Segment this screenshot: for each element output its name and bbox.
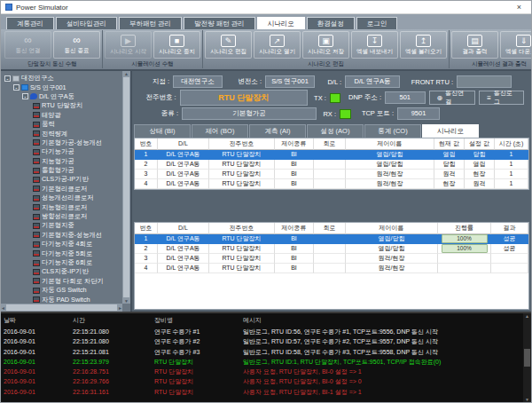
log-row[interactable]: 2016-09-01 22:16:28.751 RTU 단말장치 사용자 요청,… bbox=[4, 367, 520, 376]
tree-item[interactable]: - 기본형지중 bbox=[3, 221, 122, 230]
ribbon-tab[interactable]: 로그인 bbox=[356, 17, 398, 29]
tree-item[interactable]: - 태양광 bbox=[3, 111, 122, 120]
detail-tab[interactable]: 설정 (AO) bbox=[307, 124, 364, 138]
tree-item[interactable]: - RTU 단말장치 bbox=[3, 101, 122, 110]
table-row[interactable]: 2 D/L 연구A동 RTU 단말장치 BI 열림/닫힘 100% 성공 bbox=[135, 244, 528, 254]
comm-connect-button[interactable]: ⊕ 통신연결 bbox=[429, 91, 476, 105]
toolbar-button[interactable]: ∞ 통신 종료 bbox=[53, 31, 100, 59]
toolbar-button[interactable]: ■ 시나리오 중지 bbox=[153, 31, 200, 59]
log-row[interactable]: 2016-09-01 22:16:29.766 RTU 단말장치 사용자 요청,… bbox=[4, 376, 520, 386]
scroll-left-icon[interactable]: ◄ bbox=[1, 305, 5, 311]
tree-horizontal-scrollbar[interactable]: ◄ ► bbox=[1, 304, 122, 312]
tree-item[interactable]: - CLS가공-IP기반 bbox=[3, 175, 122, 184]
table-row[interactable]: 2 D/L 연구A동 RTU 단말장치 BI 열림/닫힘 닫힘 열림 1 bbox=[135, 160, 528, 170]
scrollbar-thumb[interactable] bbox=[123, 77, 129, 297]
tree-item[interactable]: - CLS지중-IP기반 bbox=[3, 267, 122, 276]
scrollbar-thumb[interactable] bbox=[6, 304, 117, 311]
dl-field: D/L 연구A동 bbox=[345, 75, 400, 88]
tree-expander-icon[interactable]: - bbox=[13, 84, 20, 91]
log-row[interactable]: 2016-09-01 22:15:21.081 연구E 수용가 #3 일반로그,… bbox=[4, 347, 520, 357]
log-row[interactable]: 2016-09-01 22:16:31.161 RTU 단말장치 사용자 요청,… bbox=[4, 387, 520, 397]
tree-item[interactable]: - 기본형리클로저 bbox=[3, 185, 122, 194]
scroll-up-icon[interactable]: ▲ bbox=[124, 71, 129, 76]
tree-item[interactable]: - S/S 연구001 bbox=[3, 83, 122, 91]
toolbar-button[interactable]: ▣ 시나리오 저장 bbox=[302, 31, 349, 59]
tree-item-label: 풍력 bbox=[42, 120, 55, 129]
pole-number-field: RTU 단말장치 bbox=[180, 90, 308, 106]
table-row[interactable]: 1 D/L 연구A동 RTU 단말장치 BI 열림/닫힘 100% 성공 bbox=[135, 234, 528, 244]
ribbon-tab[interactable]: 환경설정 bbox=[307, 17, 355, 29]
tree-item[interactable]: - D/L 연구A동 bbox=[3, 92, 122, 101]
comm-log-button[interactable]: ≡ 통신로그 bbox=[479, 91, 524, 105]
toolbar-button[interactable]: ↗ 시나리오 열기 bbox=[254, 31, 301, 59]
table-row[interactable]: 1 D/L 연구A동 RTU 단말장치 BI 열림/닫힘 열림 닫힘 1 bbox=[135, 150, 528, 160]
toolbar-button[interactable]: ↧ 엑셀 내보내기 bbox=[351, 31, 398, 59]
tree-item-label: D/L 연구A동 bbox=[39, 92, 74, 101]
toolbar-button-icon: ■ bbox=[169, 35, 184, 47]
toolbar-button[interactable]: ⇓ 엑셀 다운로드 bbox=[500, 31, 532, 59]
detail-tab[interactable]: 계측 (AI) bbox=[249, 124, 306, 138]
ribbon-tab[interactable]: 시나리오 bbox=[257, 17, 305, 29]
table-row[interactable]: 4 D/L 연구A동 RTU 단말장치 BI 원격/현장 bbox=[135, 264, 528, 273]
tree-expander-icon[interactable]: - bbox=[4, 75, 11, 82]
table-row[interactable]: 3 D/L 연구A동 RTU 단말장치 BI 원격/현장 원격 현장 1 bbox=[135, 170, 528, 179]
tree-item-label: CLS가공-IP기반 bbox=[42, 175, 89, 184]
tree-item[interactable]: - 통합형가공 bbox=[3, 166, 122, 175]
detail-tab[interactable]: 시나리오 bbox=[422, 124, 479, 138]
tree-item[interactable]: - 자동 GS Switch bbox=[3, 286, 122, 295]
col-header: 번호 bbox=[135, 138, 158, 150]
scroll-down-icon[interactable]: ▼ bbox=[124, 298, 129, 304]
log-row[interactable]: 2016-09-01 22:15:21.080 연구E 수용가 #2 일반로그,… bbox=[4, 336, 520, 346]
toolbar-button-icon: ↥ bbox=[416, 35, 431, 47]
toolbar-button[interactable]: ↥ 엑셀 불러오기 bbox=[400, 31, 447, 59]
detail-tab[interactable]: 상태 (BI) bbox=[134, 124, 191, 138]
tree-item[interactable]: - 다기능지중 4회로 bbox=[3, 240, 122, 249]
ribbon-tab[interactable]: 발전량 패턴 관리 bbox=[184, 17, 255, 29]
tree-item[interactable]: - 기본형지중-성능개선 bbox=[3, 231, 122, 240]
tree-item[interactable]: - 다기능지중 6회로 bbox=[3, 258, 122, 267]
toolbar-button[interactable]: ▤ 결과 출력 bbox=[451, 31, 498, 59]
detail-tab[interactable]: 제어 (BO) bbox=[192, 124, 248, 138]
scroll-right-icon[interactable]: ► bbox=[118, 305, 122, 311]
toolbar-button[interactable]: ▶ 시나리오 시작 bbox=[105, 31, 152, 59]
table-row[interactable]: 3 D/L 연구A동 RTU 단말장치 BI 원격/현장 bbox=[135, 254, 528, 264]
rx-status-led bbox=[340, 109, 351, 119]
tree-item[interactable]: - 다기능지중 5회로 bbox=[3, 249, 122, 257]
scroll-up-icon[interactable]: ▲ bbox=[525, 313, 529, 319]
comm-log-label: 통신로그 bbox=[494, 89, 516, 107]
detail-tab[interactable]: 통계 (CO) bbox=[364, 124, 421, 138]
log-vertical-scrollbar[interactable]: ▲ ▼ bbox=[523, 313, 531, 402]
tree-expander-icon[interactable]: - bbox=[22, 93, 28, 99]
close-icon[interactable]: × bbox=[512, 3, 527, 12]
tree-item[interactable]: - 풍력 bbox=[3, 120, 122, 129]
tree-item[interactable]: - 지능형리클로저 bbox=[3, 202, 122, 211]
tree-vertical-scrollbar[interactable]: ▲ ▼ bbox=[122, 71, 130, 304]
tree-item[interactable]: - 전력량계 bbox=[3, 129, 122, 138]
ribbon-tab[interactable]: 계통관리 bbox=[6, 17, 54, 29]
log-panel: 날짜 시간 장비명 메시지 2016-09-01 22:15:21.080 연구… bbox=[1, 312, 531, 402]
tree-item[interactable]: - 다기능가공 bbox=[3, 147, 122, 156]
panel-spacer bbox=[132, 190, 531, 222]
tree-item[interactable]: - 성능개선리클로저 bbox=[3, 194, 122, 202]
ribbon-tab[interactable]: 설비타입관리 bbox=[56, 17, 117, 29]
rx-label: RX : bbox=[320, 110, 336, 118]
progress-bar: 100% bbox=[442, 234, 488, 243]
front-rtu-input[interactable] bbox=[457, 75, 512, 88]
tree-item[interactable]: - 기본형가공-성능개선 bbox=[3, 138, 122, 147]
tree-item-label: 다기능가공 bbox=[42, 147, 74, 156]
tree-item[interactable]: - 대전연구소 bbox=[3, 74, 122, 83]
tree-item[interactable]: - 자동 PAD Switch bbox=[3, 295, 122, 304]
tree-item[interactable]: - 방향성리클로저 bbox=[3, 212, 122, 221]
toolbar-button[interactable]: ∞ 통신 연결 bbox=[4, 31, 51, 59]
table-row[interactable]: 4 D/L 연구A동 RTU 단말장치 BI 원격/현장 현장 원격 1 bbox=[135, 179, 528, 189]
tree-item[interactable]: - 지능형가공 bbox=[3, 157, 122, 166]
tree-item[interactable]: - 기본형 다회로 차단기 bbox=[3, 277, 122, 286]
log-row[interactable]: 2016-09-01 22:15:23.979 RTU 단말장치 일반로그, R… bbox=[4, 357, 520, 367]
toolbar-button[interactable]: ✎ 시나리오 편집 bbox=[205, 31, 252, 59]
tree-item-label: 방향성리클로저 bbox=[42, 212, 87, 221]
scrollbar-thumb[interactable] bbox=[524, 349, 530, 367]
log-row[interactable]: 2016-09-01 22:15:21.080 연구E 수용가 #1 일반로그,… bbox=[4, 327, 520, 336]
tree-item-label: 기본형지중 bbox=[42, 221, 74, 230]
ribbon-tab[interactable]: 부하패턴 관리 bbox=[119, 17, 182, 29]
scroll-down-icon[interactable]: ▼ bbox=[525, 397, 529, 402]
